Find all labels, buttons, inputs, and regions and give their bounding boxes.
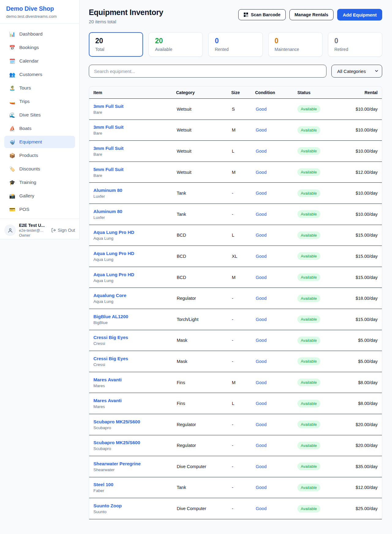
table-row: Steel 100 Faber Tank - Good Available $1… (89, 477, 382, 498)
condition-link[interactable]: Good (255, 128, 297, 132)
condition-link[interactable]: Good (255, 422, 297, 427)
scan-barcode-button[interactable]: Scan Barcode (238, 9, 286, 20)
sidebar-item[interactable]: 🏝️ Tours (4, 82, 75, 94)
category-cell: Wetsuit (176, 128, 231, 132)
condition-link[interactable]: Good (255, 401, 297, 406)
sidebar-item[interactable]: 💳 POS (4, 203, 75, 216)
sidebar-item[interactable]: 🎓 Training (4, 176, 75, 189)
item-cell: Aqua Lung Pro HD Aqua Lung (93, 251, 176, 262)
sidebar-item[interactable]: 📅 Bookings (4, 41, 75, 54)
rental-cell: $10.00/day (348, 212, 378, 217)
brand-block: Demo Dive Shop demo.test.divestreams.com (0, 0, 79, 24)
item-name-link[interactable]: 3mm Full Suit (93, 146, 176, 151)
sidebar-item[interactable]: 🤿 Equipment (4, 136, 75, 148)
rental-cell: $10.00/day (348, 107, 378, 112)
qr-code-icon (243, 12, 248, 17)
category-cell: Wetsuit (176, 149, 231, 154)
condition-link[interactable]: Good (255, 380, 297, 385)
item-name-link[interactable]: Mares Avanti (93, 377, 176, 382)
sidebar-item[interactable]: 📦 Products (4, 149, 75, 162)
stat-card[interactable]: 0 Rented (208, 32, 262, 57)
category-select[interactable]: All Categories (331, 65, 382, 78)
sign-out-button[interactable]: Sign Out (51, 228, 75, 233)
rental-cell: $15.00/day (348, 317, 378, 322)
condition-link[interactable]: Good (255, 170, 297, 175)
condition-link[interactable]: Good (255, 443, 297, 448)
rental-cell: $5.00/day (348, 359, 378, 364)
search-input[interactable] (89, 65, 326, 78)
condition-link[interactable]: Good (255, 254, 297, 259)
status-cell: Available (297, 463, 348, 470)
status-badge: Available (297, 189, 320, 197)
item-name-link[interactable]: Suunto Zoop (93, 503, 176, 508)
sidebar-item[interactable]: 🌊 Dive Sites (4, 109, 75, 121)
item-brand: BigBlue (93, 320, 176, 325)
item-name-link[interactable]: 3mm Full Suit (93, 104, 176, 109)
manage-rentals-button[interactable]: Manage Rentals (289, 9, 334, 20)
condition-link[interactable]: Good (255, 191, 297, 196)
table-body: 3mm Full Suit Bare Wetsuit S Good Availa… (89, 99, 382, 519)
status-cell: Available (297, 189, 348, 197)
col-header-condition: Condition (255, 90, 297, 95)
sidebar-item[interactable]: 🚤 Trips (4, 95, 75, 108)
sidebar-item[interactable]: 👥 Customers (4, 68, 75, 81)
table-row: Suunto Zoop Suunto Dive Computer - Good … (89, 498, 382, 519)
stat-value: 20 (95, 37, 137, 45)
condition-link[interactable]: Good (255, 506, 297, 511)
item-name-link[interactable]: Aluminum 80 (93, 188, 176, 193)
calendar-date-icon: 📅 (9, 45, 15, 51)
condition-link[interactable]: Good (255, 212, 297, 217)
item-name-link[interactable]: Aluminum 80 (93, 209, 176, 214)
item-name-link[interactable]: BigBlue AL1200 (93, 314, 176, 319)
condition-link[interactable]: Good (255, 338, 297, 343)
category-cell: Fins (176, 401, 231, 406)
status-badge: Available (297, 505, 320, 513)
condition-link[interactable]: Good (255, 233, 297, 238)
add-equipment-button[interactable]: Add Equipment (337, 9, 382, 21)
category-cell: Torch/Light (176, 317, 231, 322)
condition-link[interactable]: Good (255, 149, 297, 154)
item-name-link[interactable]: Scubapro MK25/S600 (93, 440, 176, 445)
people-icon: 👥 (9, 72, 15, 78)
stat-card[interactable]: 20 Available (149, 32, 203, 57)
condition-link[interactable]: Good (255, 317, 297, 322)
condition-link[interactable]: Good (255, 464, 297, 469)
item-brand: Scubapro (93, 425, 176, 430)
condition-link[interactable]: Good (255, 485, 297, 490)
sign-out-icon (51, 228, 56, 233)
condition-link[interactable]: Good (255, 296, 297, 301)
condition-link[interactable]: Good (255, 359, 297, 364)
item-brand: Cressi (93, 362, 176, 367)
item-cell: Cressi Big Eyes Cressi (93, 335, 176, 346)
category-cell: Regulator (176, 422, 231, 427)
sidebar-item-label: Calendar (19, 58, 39, 64)
stat-card[interactable]: 20 Total (89, 32, 143, 57)
sidebar-item[interactable]: 📊 Dashboard (4, 28, 75, 40)
item-name-link[interactable]: 5mm Full Suit (93, 167, 176, 172)
item-name-link[interactable]: Scubapro MK25/S600 (93, 419, 176, 424)
stat-card[interactable]: 0 Maintenance (268, 32, 322, 57)
item-name-link[interactable]: Steel 100 (93, 482, 176, 487)
item-cell: Aluminum 80 Luxfer (93, 209, 176, 220)
item-brand: Aqua Lung (93, 257, 176, 262)
item-brand: Scubapro (93, 446, 176, 451)
item-name-link[interactable]: Cressi Big Eyes (93, 356, 176, 361)
sidebar-item[interactable]: 📸 Gallery (4, 190, 75, 202)
item-name-link[interactable]: Aqua Lung Pro HD (93, 251, 176, 256)
table-row: Scubapro MK25/S600 Scubapro Regulator - … (89, 435, 382, 456)
status-cell: Available (297, 400, 348, 407)
item-name-link[interactable]: Shearwater Peregrine (93, 461, 176, 466)
item-name-link[interactable]: 3mm Full Suit (93, 124, 176, 130)
sidebar-item[interactable]: 🏷️ Discounts (4, 163, 75, 175)
item-name-link[interactable]: Cressi Big Eyes (93, 335, 176, 340)
item-name-link[interactable]: Aqualung Core (93, 293, 176, 298)
sidebar-item[interactable]: 🗓️ Calendar (4, 55, 75, 67)
condition-link[interactable]: Good (255, 275, 297, 280)
stat-card[interactable]: 0 Retired (328, 32, 382, 57)
item-name-link[interactable]: Mares Avanti (93, 398, 176, 403)
condition-link[interactable]: Good (255, 107, 297, 112)
item-name-link[interactable]: Aqua Lung Pro HD (93, 272, 176, 277)
sidebar-item[interactable]: ⛵ Boats (4, 122, 75, 135)
item-cell: Shearwater Peregrine Shearwater (93, 461, 176, 472)
item-name-link[interactable]: Aqua Lung Pro HD (93, 230, 176, 235)
